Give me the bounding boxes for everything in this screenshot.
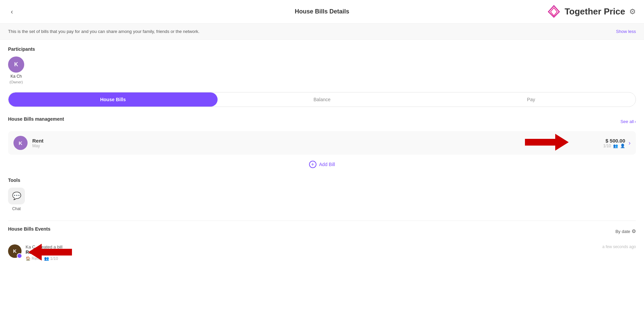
participant-item: K Ka Ch (Owner) bbox=[8, 56, 24, 84]
info-text: This is the set of bills that you pay fo… bbox=[8, 29, 199, 34]
chat-icon: 💬 bbox=[12, 192, 21, 200]
tools-list: 💬 Chat bbox=[8, 188, 636, 211]
tools-section: Tools 💬 Chat bbox=[8, 178, 636, 211]
events-header: House Bills Events By date ⚙ bbox=[8, 226, 636, 236]
tab-house-bills[interactable]: House Bills bbox=[8, 92, 218, 107]
tools-label: Tools bbox=[8, 178, 636, 183]
svg-marker-3 bbox=[525, 134, 569, 151]
management-header: House Bills management See all › bbox=[8, 116, 636, 126]
chat-tool-label: Chat bbox=[12, 206, 21, 211]
bill-chevron-icon: › bbox=[629, 140, 631, 147]
bill-date: May bbox=[32, 144, 43, 148]
management-label: House Bills management bbox=[8, 116, 64, 122]
chat-tool[interactable]: 💬 Chat bbox=[8, 188, 25, 211]
logo-text: Together Price bbox=[565, 6, 625, 17]
tab-bar: House Bills Balance Pay bbox=[8, 92, 636, 107]
page-title: House Bills Details bbox=[295, 8, 349, 15]
red-arrow-left-annotation bbox=[28, 242, 72, 264]
participant-role: (Owner) bbox=[9, 80, 23, 84]
bill-left: K Rent May bbox=[13, 136, 43, 150]
add-bill-label: Add Bill bbox=[319, 162, 335, 167]
header-right: Together Price ⚙ bbox=[546, 4, 636, 19]
chat-icon-box: 💬 bbox=[8, 188, 25, 204]
tab-pay[interactable]: Pay bbox=[426, 92, 636, 107]
add-circle-icon: + bbox=[309, 161, 316, 168]
event-avatar-badge bbox=[17, 253, 22, 259]
sort-by-date-button[interactable]: By date ⚙ bbox=[615, 228, 636, 234]
participants-label: Participants bbox=[8, 46, 636, 52]
event-row: K Ka C. created a bill Rent 🏠 Rent 👥 1/1… bbox=[8, 241, 636, 264]
show-less-button[interactable]: Show less bbox=[616, 29, 636, 34]
add-bill-row: + Add Bill bbox=[8, 161, 636, 168]
info-banner: This is the set of bills that you pay fo… bbox=[0, 24, 644, 40]
bill-amount: $ 500.00 bbox=[603, 138, 625, 144]
svg-marker-4 bbox=[28, 244, 72, 261]
page-header: ‹ House Bills Details Together Price ⚙ bbox=[0, 0, 644, 24]
see-all-link[interactable]: See all › bbox=[620, 119, 636, 124]
participant-name: Ka Ch bbox=[10, 74, 22, 79]
bill-amount-area: $ 500.00 1/10 👥 👤 bbox=[603, 138, 625, 148]
bill-info: Rent May bbox=[32, 138, 43, 148]
tab-balance[interactable]: Balance bbox=[218, 92, 427, 107]
avatar: K bbox=[8, 56, 24, 73]
events-section: House Bills Events By date ⚙ K Ka C. cre… bbox=[8, 221, 636, 264]
logo: Together Price bbox=[546, 4, 625, 19]
bill-right: $ 500.00 1/10 👥 👤 › bbox=[603, 138, 631, 148]
bill-avatar: K bbox=[13, 136, 28, 150]
events-label: House Bills Events bbox=[8, 226, 50, 232]
bill-name: Rent bbox=[32, 138, 43, 144]
participants-list: K Ka Ch (Owner) bbox=[8, 56, 636, 84]
settings-icon[interactable]: ⚙ bbox=[629, 7, 636, 16]
event-timestamp: a few seconds ago bbox=[602, 244, 636, 249]
bill-row[interactable]: K Rent May $ 500.00 1/10 👥 👤 › bbox=[8, 131, 636, 155]
back-button[interactable]: ‹ bbox=[8, 6, 16, 17]
main-content: Participants K Ka Ch (Owner) House Bills… bbox=[0, 40, 644, 271]
event-avatar: K bbox=[8, 244, 22, 258]
bill-meta: 1/10 👥 👤 bbox=[603, 144, 625, 148]
logo-icon bbox=[546, 4, 561, 19]
add-bill-button[interactable]: + Add Bill bbox=[309, 161, 335, 168]
red-arrow-annotation bbox=[525, 132, 569, 154]
